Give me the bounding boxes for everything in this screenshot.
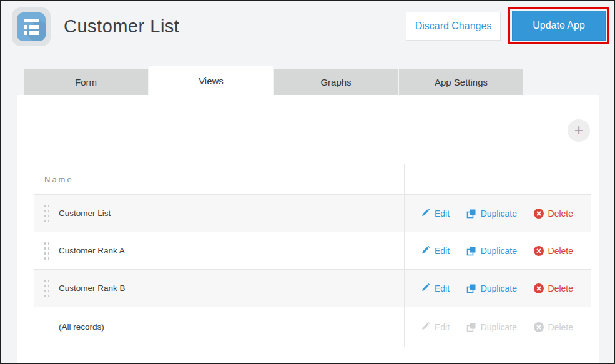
delete-button-disabled: Delete <box>534 322 573 332</box>
duplicate-button[interactable]: Duplicate <box>466 283 517 293</box>
table-row: (All records) Edit Duplicate Delete <box>34 307 591 347</box>
edit-button[interactable]: Edit <box>421 283 450 293</box>
discard-changes-button[interactable]: Discard Changes <box>406 12 501 41</box>
duplicate-icon <box>466 322 476 332</box>
view-name: Customer Rank B <box>59 283 125 293</box>
view-name: Customer Rank A <box>59 246 125 255</box>
table-header-row: Name <box>34 164 591 194</box>
name-column-header: Name <box>43 175 74 184</box>
app-icon <box>12 7 51 46</box>
pencil-icon <box>421 283 430 293</box>
pencil-icon <box>421 246 430 255</box>
views-table: Name Customer List Edit Duplicate <box>34 164 591 347</box>
tab-app-settings[interactable]: App Settings <box>399 69 523 95</box>
list-app-icon <box>17 12 46 41</box>
page-title: Customer List <box>64 16 179 37</box>
tab-graphs[interactable]: Graphs <box>274 69 398 95</box>
duplicate-icon <box>466 209 476 219</box>
app-settings-window: Customer List Discard Changes Update App… <box>0 0 615 364</box>
delete-x-icon <box>534 283 544 293</box>
duplicate-button-disabled: Duplicate <box>466 322 517 332</box>
table-row: Customer Rank B Edit Duplicate Delete <box>34 269 591 307</box>
view-name: Customer List <box>59 209 111 218</box>
update-app-button[interactable]: Update App <box>512 11 606 41</box>
duplicate-button[interactable]: Duplicate <box>466 246 517 256</box>
edit-button[interactable]: Edit <box>421 246 450 256</box>
delete-x-icon <box>534 246 544 256</box>
drag-handle-icon[interactable] <box>43 240 50 262</box>
tab-form[interactable]: Form <box>24 69 148 95</box>
pencil-icon <box>421 322 430 332</box>
drag-handle-icon[interactable] <box>43 202 50 225</box>
duplicate-icon <box>466 246 476 256</box>
edit-button-disabled: Edit <box>421 322 450 332</box>
delete-button[interactable]: Delete <box>534 283 573 293</box>
plus-icon: + <box>574 120 583 140</box>
actions-column-header-cell <box>405 164 591 194</box>
duplicate-button[interactable]: Duplicate <box>466 209 517 219</box>
duplicate-icon <box>466 283 476 293</box>
delete-button[interactable]: Delete <box>534 209 573 219</box>
edit-button[interactable]: Edit <box>421 209 450 219</box>
delete-button[interactable]: Delete <box>534 246 573 256</box>
tab-views[interactable]: Views <box>149 66 273 96</box>
drag-handle-icon[interactable] <box>43 277 50 300</box>
delete-x-icon <box>534 209 544 219</box>
name-column-header-cell: Name <box>34 164 405 194</box>
table-row: Customer List Edit Duplicate Delete <box>34 194 591 232</box>
delete-x-icon <box>534 322 544 332</box>
pencil-icon <box>421 209 430 218</box>
view-name: (All records) <box>59 322 104 332</box>
add-view-button[interactable]: + <box>568 119 590 142</box>
table-row: Customer Rank A Edit Duplicate Delete <box>34 232 591 269</box>
